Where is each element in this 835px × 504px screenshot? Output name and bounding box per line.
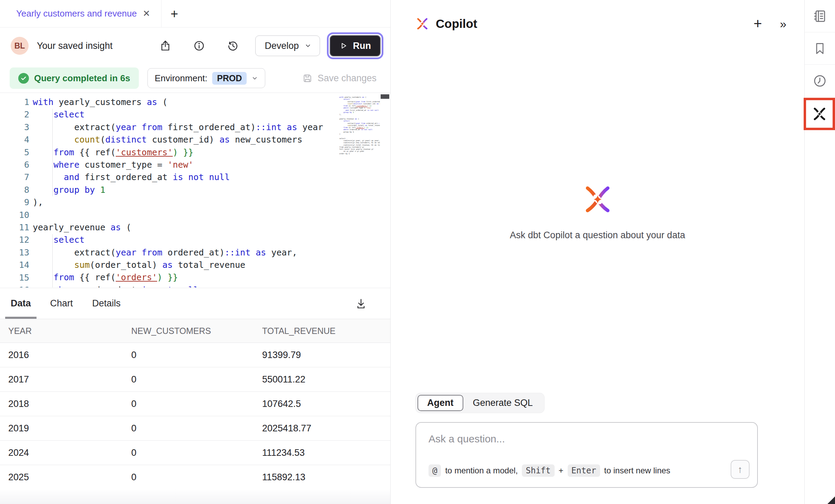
code-line: from {{ ref('orders') }} bbox=[33, 271, 323, 284]
environment-dropdown[interactable]: Environment: PROD bbox=[147, 68, 265, 88]
line-number: 11 bbox=[0, 221, 29, 234]
results-table-header-row: YEARNEW_CUSTOMERSTOTAL_REVENUE bbox=[0, 319, 390, 343]
code-token: select bbox=[53, 109, 84, 119]
code-token bbox=[33, 147, 53, 157]
develop-dropdown[interactable]: Develop bbox=[255, 35, 320, 56]
info-icon[interactable] bbox=[193, 40, 205, 52]
code-token[interactable]: 'customers' bbox=[356, 105, 367, 107]
mode-generate-sql[interactable]: Generate SQL bbox=[463, 395, 543, 411]
table-cell: 0 bbox=[131, 465, 262, 490]
new-chat-button[interactable]: + bbox=[754, 17, 762, 31]
avatar[interactable]: BL bbox=[11, 37, 29, 55]
code-token: first_ordered_at) bbox=[365, 101, 380, 103]
code-token[interactable]: 'orders' bbox=[356, 126, 364, 128]
code-token: from bbox=[343, 126, 348, 128]
line-number: 3 bbox=[0, 121, 29, 134]
table-row[interactable]: 20170550011.22 bbox=[0, 367, 390, 392]
kbd-@: @ bbox=[429, 464, 441, 477]
code-token: year, bbox=[266, 248, 297, 258]
editor-minimap[interactable]: with yearly_customers as ( select extrac… bbox=[339, 96, 380, 155]
code-token[interactable]: 'orders' bbox=[116, 272, 157, 282]
code-token: yearly_customers bbox=[343, 96, 362, 98]
code-token: where bbox=[343, 128, 349, 130]
code-token: select bbox=[343, 120, 350, 122]
tab-title: Yearly customers and revenue bbox=[16, 8, 141, 19]
table-cell: 0 bbox=[131, 416, 262, 441]
code-line: yearly_revenue as ( bbox=[33, 221, 323, 234]
code-line: count(distinct customer_id) as new_custo… bbox=[33, 134, 323, 146]
sql-editor[interactable]: 12345678910111213141516 with yearly_cust… bbox=[0, 93, 390, 287]
line-number: 2 bbox=[0, 108, 29, 121]
copilot-title: Copilot bbox=[436, 17, 477, 31]
sidebar-item-copilot[interactable] bbox=[804, 98, 835, 130]
code-line: where customer_type = 'new' bbox=[33, 159, 323, 171]
code-token: 'new' bbox=[167, 160, 193, 170]
editor-code[interactable]: with yearly_customers as ( select extrac… bbox=[33, 96, 323, 287]
copilot-question-input[interactable]: Ask a question... @to mention a model,Sh… bbox=[415, 422, 758, 488]
code-token bbox=[136, 248, 142, 258]
collapse-panel-icon[interactable]: » bbox=[780, 17, 785, 31]
code-token: ordered_at bbox=[349, 128, 361, 130]
save-icon bbox=[302, 73, 313, 84]
table-cell: 2017 bbox=[0, 367, 131, 392]
download-icon[interactable] bbox=[355, 297, 367, 310]
code-token: from bbox=[53, 272, 74, 282]
results-tab-data[interactable]: Data bbox=[11, 288, 31, 319]
send-button[interactable]: ↑ bbox=[731, 460, 750, 479]
code-token bbox=[250, 248, 256, 258]
share-icon[interactable] bbox=[159, 40, 172, 52]
column-header: YEAR bbox=[0, 319, 131, 343]
table-row[interactable]: 20240111234.53 bbox=[0, 441, 390, 465]
minimap-line: coalesce(yc.new_customers, 0) as new_cus… bbox=[339, 141, 380, 144]
code-token: 1 bbox=[100, 185, 105, 195]
close-tab-icon[interactable]: ✕ bbox=[141, 8, 152, 20]
code-line: select bbox=[33, 234, 323, 246]
line-number: 14 bbox=[0, 259, 29, 271]
code-token: extract( bbox=[33, 122, 116, 132]
code-token: customer_id) bbox=[147, 135, 219, 145]
code-token: as bbox=[256, 248, 266, 258]
sidebar-item-history[interactable] bbox=[805, 65, 835, 97]
code-token: new_customers bbox=[230, 135, 302, 145]
tab-yearly-customers-and-revenue[interactable]: Yearly customers and revenue ✕ bbox=[0, 0, 162, 27]
run-label: Run bbox=[353, 41, 371, 51]
sidebar-item-notebook[interactable] bbox=[805, 0, 835, 32]
code-token bbox=[339, 124, 348, 126]
save-changes-button[interactable]: Save changes bbox=[302, 73, 377, 84]
code-token: ( bbox=[100, 135, 105, 145]
table-row[interactable]: 2016091399.79 bbox=[0, 343, 390, 367]
column-header: TOTAL_REVENUE bbox=[262, 319, 390, 343]
editor-scrollbar-thumb[interactable] bbox=[381, 94, 389, 99]
code-token: where bbox=[343, 107, 349, 109]
results-footer bbox=[0, 489, 390, 504]
code-token: 1 bbox=[353, 111, 354, 113]
code-token bbox=[33, 135, 74, 145]
play-icon bbox=[339, 42, 348, 50]
table-row[interactable]: 20250115892.13 bbox=[0, 465, 390, 490]
new-tab-button[interactable]: + bbox=[171, 7, 178, 20]
code-token: from bbox=[53, 147, 74, 157]
history-icon[interactable] bbox=[227, 40, 239, 52]
query-status-badge: Query completed in 6s bbox=[10, 67, 139, 89]
results-tab-chart[interactable]: Chart bbox=[50, 288, 73, 319]
code-token: count bbox=[74, 135, 100, 145]
input-hint: @to mention a model,Shift+Enterto insert… bbox=[429, 464, 670, 477]
table-row[interactable]: 201902025418.77 bbox=[0, 416, 390, 441]
develop-label: Develop bbox=[265, 41, 299, 51]
code-line: extract(year from first_ordered_at)::int… bbox=[33, 121, 323, 134]
results-tab-details[interactable]: Details bbox=[92, 288, 121, 319]
dbt-copilot-logo-large bbox=[581, 182, 615, 216]
code-line: and first_ordered_at is not null bbox=[33, 171, 323, 183]
code-token: from bbox=[361, 101, 365, 103]
code-token[interactable]: 'customers' bbox=[116, 147, 173, 157]
mode-agent[interactable]: Agent bbox=[418, 395, 463, 411]
sidebar-item-bookmarks[interactable] bbox=[805, 32, 835, 65]
hint-text: + bbox=[559, 466, 564, 475]
code-token: sum bbox=[348, 124, 351, 126]
table-row[interactable]: 20180107642.5 bbox=[0, 392, 390, 416]
table-cell: 2019 bbox=[0, 416, 131, 441]
code-token bbox=[33, 235, 53, 245]
editor-scrollbar[interactable] bbox=[380, 93, 390, 287]
run-button[interactable]: Run bbox=[330, 35, 381, 56]
code-token bbox=[33, 160, 53, 170]
